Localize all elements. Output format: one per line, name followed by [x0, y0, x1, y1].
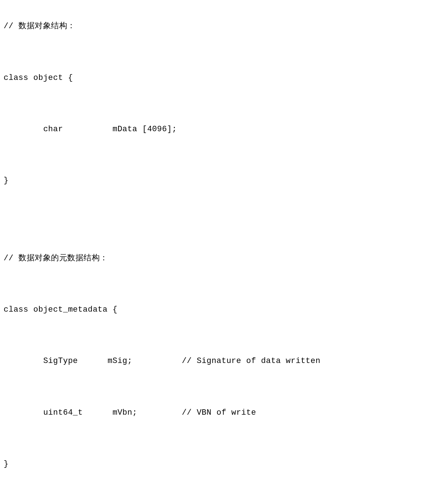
close-brace: } — [4, 458, 444, 471]
member-line: SigType mSig; // Signature of data writt… — [4, 355, 444, 368]
member-name: mVbn; — [112, 408, 137, 417]
member-line: uint64_t mVbn; // VBN of write — [4, 406, 444, 419]
type-text: char — [43, 125, 63, 134]
member-name: mData [4096]; — [112, 125, 177, 134]
comment-line: // 数据对象的元数据结构： — [4, 252, 444, 265]
member-line: char mData [4096]; — [4, 123, 444, 136]
member-name: mSig; — [108, 356, 133, 366]
member-comment: // VBN of write — [182, 408, 256, 417]
close-brace: } — [4, 174, 444, 187]
code-block: // 数据对象结构： class object { char mData [40… — [4, 7, 444, 500]
class-decl: class object { — [4, 72, 444, 85]
comment-line: // 数据对象结构： — [4, 20, 444, 33]
type-text: SigType — [43, 356, 78, 366]
type-text: uint64_t — [43, 408, 83, 417]
member-comment: // Signature of data written — [182, 356, 320, 366]
class-decl: class object_metadata { — [4, 303, 444, 316]
